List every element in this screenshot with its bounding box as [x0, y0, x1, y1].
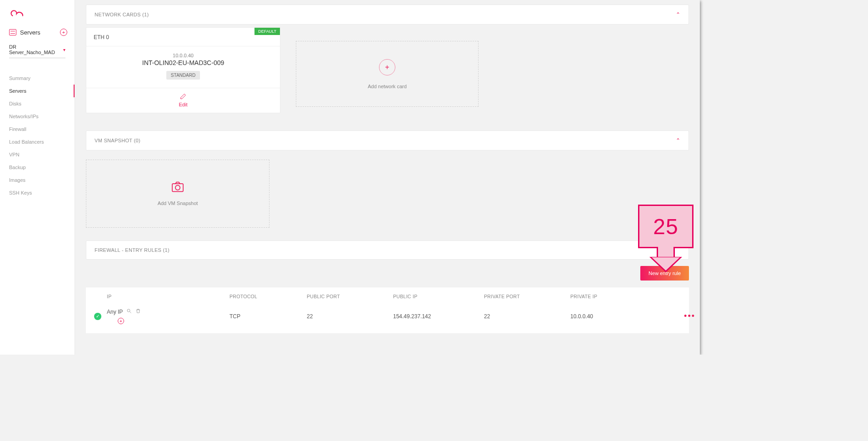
col-public-port: PUBLIC PORT: [307, 294, 393, 299]
eth0-edit-button[interactable]: Edit: [86, 88, 280, 113]
cloud-logo-icon: [9, 8, 25, 19]
col-public-ip: PUBLIC IP: [393, 294, 484, 299]
edit-label: Edit: [179, 102, 188, 107]
network-cards-header[interactable]: NETWORK CARDS (1) ⌃: [86, 5, 688, 24]
callout-number: 25: [638, 205, 693, 248]
logo: [0, 0, 75, 25]
app-window: Servers + DR Server_Nacho_MAD ▾ Summary …: [0, 0, 700, 355]
firewall-header[interactable]: FIREWALL - ENTRY RULES (1): [86, 241, 688, 259]
vm-snapshot-title: VM SNAPSHOT (0): [95, 138, 140, 143]
firewall-table-head: IP PROTOCOL PUBLIC PORT PUBLIC IP PRIVAT…: [86, 287, 689, 304]
selected-server-name: DR Server_Nacho_MAD: [9, 44, 63, 55]
chevron-down-icon: ▾: [63, 47, 65, 52]
chevron-up-icon: ⌃: [676, 137, 680, 144]
network-cards-row: DEFAULT ETH 0 10.0.0.40 INT-OLIN02-EU-MA…: [86, 25, 689, 118]
trash-icon[interactable]: [135, 308, 141, 315]
svg-line-3: [130, 312, 131, 313]
nav-backup[interactable]: Backup: [0, 161, 75, 174]
add-network-card-label: Add network card: [368, 84, 407, 89]
nav-vpn[interactable]: VPN: [0, 148, 75, 161]
eth0-name: INT-OLIN02-EU-MAD3C-009: [92, 59, 274, 66]
status-ok-icon: ✓: [94, 313, 101, 320]
chevron-up-icon: ⌃: [676, 11, 680, 18]
nav-networks-ips[interactable]: Networks/IPs: [0, 110, 75, 123]
plus-icon: +: [379, 59, 395, 75]
col-private-ip: PRIVATE IP: [570, 294, 673, 299]
main-content: NETWORK CARDS (1) ⌃ DEFAULT ETH 0 10.0.0…: [75, 0, 700, 355]
vm-snapshot-header[interactable]: VM SNAPSHOT (0) ⌃: [86, 131, 688, 150]
sidebar-servers-header: Servers +: [0, 25, 75, 40]
add-server-button[interactable]: +: [60, 29, 67, 36]
svg-point-1: [175, 185, 180, 190]
col-private-port: PRIVATE PORT: [484, 294, 570, 299]
nav-ssh-keys[interactable]: SSH Keys: [0, 186, 75, 199]
eth0-card: DEFAULT ETH 0 10.0.0.40 INT-OLIN02-EU-MA…: [86, 27, 280, 113]
row-actions-menu[interactable]: •••: [673, 311, 695, 321]
vm-snapshot-panel: VM SNAPSHOT (0) ⌃: [86, 130, 689, 150]
col-protocol: PROTOCOL: [229, 294, 307, 299]
firewall-table: IP PROTOCOL PUBLIC PORT PUBLIC IP PRIVAT…: [86, 287, 689, 333]
col-ip: IP: [107, 294, 229, 299]
nav-load-balancers[interactable]: Load Balancers: [0, 135, 75, 148]
eth0-label: ETH 0: [86, 28, 280, 46]
rule-public-ip: 154.49.237.142: [393, 313, 484, 320]
firewall-panel: FIREWALL - ENTRY RULES (1): [86, 241, 689, 260]
network-cards-title: NETWORK CARDS (1): [95, 12, 149, 17]
eth0-ip: 10.0.0.40: [92, 53, 274, 58]
svg-point-2: [127, 309, 130, 312]
firewall-table-row: ✓ Any IP + TCP 22 154.49.237.142: [86, 304, 689, 333]
rule-public-port: 22: [307, 313, 393, 320]
add-ip-button[interactable]: +: [118, 318, 124, 324]
add-vm-snapshot-button[interactable]: Add VM Snapshot: [86, 160, 269, 228]
camera-icon: [171, 181, 184, 192]
firewall-toolbar: New entry rule: [86, 260, 689, 287]
nav-disks[interactable]: Disks: [0, 97, 75, 110]
firewall-title: FIREWALL - ENTRY RULES (1): [95, 247, 170, 253]
nav-images[interactable]: Images: [0, 174, 75, 186]
add-network-card-button[interactable]: + Add network card: [296, 41, 479, 107]
rule-private-port: 22: [484, 313, 570, 320]
sidebar: Servers + DR Server_Nacho_MAD ▾ Summary …: [0, 0, 75, 355]
eth0-type-pill: STANDARD: [166, 71, 200, 80]
servers-icon: [9, 29, 16, 35]
sidebar-nav: Summary Servers Disks Networks/IPs Firew…: [0, 72, 75, 199]
sidebar-title: Servers: [20, 29, 40, 36]
rule-ip-label: Any IP: [107, 309, 123, 315]
search-icon[interactable]: [126, 308, 132, 315]
tutorial-callout: 25: [638, 205, 693, 271]
network-cards-panel: NETWORK CARDS (1) ⌃: [86, 5, 689, 25]
add-vm-snapshot-label: Add VM Snapshot: [158, 200, 198, 206]
nav-firewall[interactable]: Firewall: [0, 123, 75, 135]
rule-protocol: TCP: [229, 313, 307, 320]
edit-icon: [180, 93, 187, 100]
default-badge: DEFAULT: [254, 28, 280, 35]
nav-servers[interactable]: Servers: [0, 85, 75, 97]
nav-summary[interactable]: Summary: [0, 72, 75, 85]
rule-private-ip: 10.0.0.40: [570, 313, 673, 320]
server-select-dropdown[interactable]: DR Server_Nacho_MAD ▾: [9, 44, 65, 58]
